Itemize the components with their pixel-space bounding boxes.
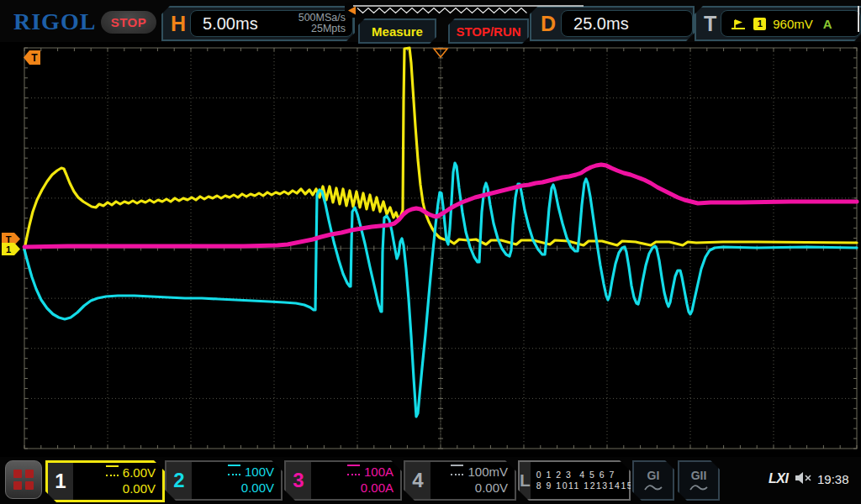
menu-grid-icon	[13, 470, 34, 490]
generator-2-label: GII	[691, 469, 707, 482]
menu-button[interactable]	[5, 460, 42, 499]
channel-4-values: 100mV 0.00V	[430, 462, 515, 499]
memory-bar-waveform	[348, 6, 584, 15]
speaker-mute-icon[interactable]	[794, 470, 812, 486]
channel-1-box[interactable]: 1 6.00V 0.00V	[45, 460, 165, 502]
channel-3-number: 3	[286, 462, 311, 499]
svg-text:1: 1	[6, 244, 11, 255]
bottom-status-bar: 1 6.00V 0.00V 2 100V 0.00V 3 100A 0.00A …	[0, 457, 861, 504]
svg-text:T: T	[31, 52, 38, 64]
channel-3-values: 100A 0.00A	[311, 462, 400, 499]
channel-1-offset: 0.00V	[73, 480, 156, 496]
dc-coupling-icon	[347, 465, 360, 475]
logic-row-2: 8 9 1011 12131415	[536, 480, 633, 491]
trigger-position-marker[interactable]: T	[24, 50, 40, 65]
channel-1-values: 6.00V 0.00V	[73, 463, 162, 500]
channel-2-number: 2	[166, 462, 192, 499]
channel-4-scale: 100mV	[467, 465, 508, 479]
channel-4-box[interactable]: 4 100mV 0.00V	[404, 460, 516, 501]
generator-1-button[interactable]: GI	[632, 460, 674, 501]
channel-2-box[interactable]: 2 100V 0.00V	[165, 460, 283, 501]
logic-label: L	[520, 462, 531, 499]
channel-2-values: 100V 0.00V	[192, 462, 281, 499]
channel-3-scale: 100A	[364, 465, 394, 479]
sine-wave-icon	[689, 482, 709, 492]
generator-1-label: GI	[647, 469, 660, 482]
lxi-status: LXI	[769, 471, 788, 486]
dc-coupling-icon	[451, 465, 463, 475]
logic-row-1: 0 1 2 3 4 5 6 7	[536, 470, 633, 480]
generator-2-button[interactable]: GII	[678, 460, 720, 501]
logic-channels-box[interactable]: L 0 1 2 3 4 5 6 7 8 9 1011 12131415	[518, 460, 631, 501]
logic-channel-list: 0 1 2 3 4 5 6 7 8 9 1011 12131415	[531, 462, 633, 499]
dc-coupling-icon	[228, 465, 240, 475]
ch1-zero-marker[interactable]: 1	[2, 243, 20, 255]
channel-4-number: 4	[405, 462, 430, 499]
channel-2-offset: 0.00V	[192, 480, 274, 496]
channel-3-box[interactable]: 3 100A 0.00A	[284, 460, 402, 501]
waveform-display[interactable]: TT1	[0, 0, 861, 504]
clock: 19:38	[817, 472, 849, 486]
channel-1-scale: 6.00V	[123, 465, 156, 480]
channel-2-scale: 100V	[245, 465, 274, 479]
sine-wave-icon	[643, 482, 663, 492]
channel-4-offset: 0.00V	[430, 480, 508, 496]
channel-1-number: 1	[48, 463, 73, 500]
channel-3-offset: 0.00A	[311, 480, 394, 496]
dc-coupling-icon	[106, 465, 119, 476]
